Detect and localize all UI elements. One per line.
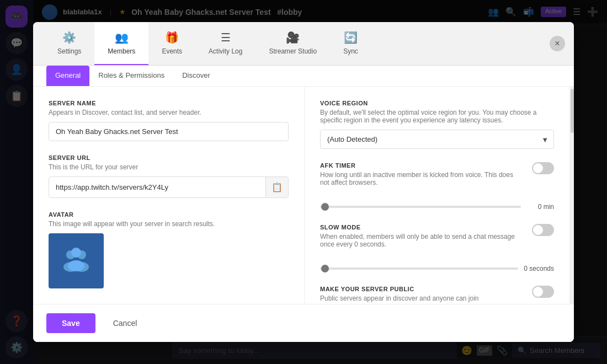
members-tab-label: Members xyxy=(108,47,135,55)
slow-mode-label: SLOW MODE xyxy=(320,224,523,231)
server-url-input-wrapper: 📋 xyxy=(49,176,289,198)
tab-sync[interactable]: 🔄 Sync xyxy=(330,22,371,65)
activity-log-tab-icon: ☰ xyxy=(221,31,231,44)
voice-region-section: VOICE REGION By default, we'll select th… xyxy=(320,100,554,149)
form-left: SERVER NAME Appears in Discover, contact… xyxy=(33,87,305,304)
events-tab-icon: 🎁 xyxy=(165,31,179,44)
copy-url-button[interactable]: 📋 xyxy=(265,177,288,197)
subtab-roles[interactable]: Roles & Permissions xyxy=(89,66,173,86)
tab-settings[interactable]: ⚙️ Settings xyxy=(44,22,94,65)
afk-timer-slider[interactable] xyxy=(320,206,521,208)
events-tab-label: Events xyxy=(162,47,182,55)
cancel-button[interactable]: Cancel xyxy=(102,313,148,333)
modal-tabs: ⚙️ Settings 👥 Members 🎁 Events ☰ Activit… xyxy=(33,22,574,66)
make-public-info: MAKE YOUR SERVER PUBLIC Public servers a… xyxy=(320,286,523,304)
modal-body: SERVER NAME Appears in Discover, contact… xyxy=(33,87,574,304)
avatar-preview[interactable] xyxy=(49,233,104,288)
voice-region-select[interactable]: (Auto Detected) xyxy=(320,130,554,149)
modal-close-button[interactable]: × xyxy=(550,36,565,51)
server-name-label: SERVER NAME xyxy=(49,100,289,106)
sync-tab-icon: 🔄 xyxy=(344,31,358,44)
afk-timer-value: 0 min xyxy=(526,203,554,211)
make-public-row: MAKE YOUR SERVER PUBLIC Public servers a… xyxy=(320,286,554,304)
avatar-icon xyxy=(60,247,93,275)
settings-tab-icon: ⚙️ xyxy=(62,31,76,44)
server-url-input[interactable] xyxy=(49,178,265,196)
modal-scrollbar[interactable] xyxy=(569,87,574,304)
afk-timer-description: How long until an inactive member is kic… xyxy=(320,171,523,186)
streamer-studio-tab-icon: 🎥 xyxy=(286,31,300,44)
slow-mode-description: When enabled, members will only be able … xyxy=(320,233,523,248)
settings-tab-label: Settings xyxy=(57,47,81,55)
modal-scrollbar-thumb[interactable] xyxy=(571,89,574,133)
slow-mode-row: SLOW MODE When enabled, members will onl… xyxy=(320,224,554,254)
slow-mode-slider-thumb[interactable] xyxy=(321,265,329,272)
afk-timer-row: AFK TIMER How long until an inactive mem… xyxy=(320,162,554,192)
server-settings-modal: ⚙️ Settings 👥 Members 🎁 Events ☰ Activit… xyxy=(33,22,574,342)
slow-mode-slider[interactable] xyxy=(320,267,518,270)
subtab-discover[interactable]: Discover xyxy=(173,66,219,86)
subtab-general[interactable]: General xyxy=(46,66,89,86)
modal-footer: Save Cancel xyxy=(33,304,574,342)
make-public-section: MAKE YOUR SERVER PUBLIC Public servers a… xyxy=(320,286,554,304)
afk-timer-info: AFK TIMER How long until an inactive mem… xyxy=(320,162,523,192)
server-url-section: SERVER URL This is the URL for your serv… xyxy=(49,154,289,198)
slow-mode-value: 0 seconds xyxy=(524,265,554,272)
svg-point-5 xyxy=(68,260,84,271)
activity-log-tab-label: Activity Log xyxy=(209,47,242,55)
form-right: VOICE REGION By default, we'll select th… xyxy=(305,87,569,304)
modal-overlay: ⚙️ Settings 👥 Members 🎁 Events ☰ Activit… xyxy=(0,0,607,364)
streamer-studio-tab-label: Streamer Studio xyxy=(269,47,317,55)
server-name-section: SERVER NAME Appears in Discover, contact… xyxy=(49,100,289,141)
modal-subtabs: General Roles & Permissions Discover xyxy=(33,66,574,87)
svg-point-4 xyxy=(71,248,81,258)
slow-mode-section: SLOW MODE When enabled, members will onl… xyxy=(320,224,554,272)
afk-timer-toggle[interactable] xyxy=(532,162,554,174)
afk-timer-section: AFK TIMER How long until an inactive mem… xyxy=(320,162,554,211)
slow-mode-toggle[interactable] xyxy=(532,224,554,236)
server-url-label: SERVER URL xyxy=(49,154,289,161)
avatar-section: AVATAR This image will appear with your … xyxy=(49,211,289,288)
server-name-input[interactable] xyxy=(49,122,289,141)
voice-region-select-wrapper: (Auto Detected) ▼ xyxy=(320,130,554,149)
tab-activity-log[interactable]: ☰ Activity Log xyxy=(195,22,255,65)
make-public-description: Public servers appear in discover and an… xyxy=(320,295,523,302)
server-url-description: This is the URL for your server xyxy=(49,163,289,171)
make-public-label: MAKE YOUR SERVER PUBLIC xyxy=(320,286,523,292)
avatar-label: AVATAR xyxy=(49,211,289,218)
afk-timer-label: AFK TIMER xyxy=(320,162,523,169)
tab-streamer-studio[interactable]: 🎥 Streamer Studio xyxy=(255,22,330,65)
afk-timer-slider-row: 0 min xyxy=(320,203,554,211)
make-public-toggle[interactable] xyxy=(532,286,554,298)
avatar-description: This image will appear with your server … xyxy=(49,220,289,228)
tab-events[interactable]: 🎁 Events xyxy=(148,22,195,65)
afk-timer-slider-thumb[interactable] xyxy=(321,203,329,211)
members-tab-icon: 👥 xyxy=(115,31,129,44)
sync-tab-label: Sync xyxy=(343,47,358,55)
voice-region-description: By default, we'll select the optimal voi… xyxy=(320,109,554,124)
voice-region-label: VOICE REGION xyxy=(320,100,554,106)
tab-members[interactable]: 👥 Members xyxy=(94,22,148,65)
slow-mode-slider-row: 0 seconds xyxy=(320,265,554,272)
save-button[interactable]: Save xyxy=(46,313,95,333)
slow-mode-info: SLOW MODE When enabled, members will onl… xyxy=(320,224,523,254)
server-name-description: Appears in Discover, contact list, and s… xyxy=(49,109,289,116)
